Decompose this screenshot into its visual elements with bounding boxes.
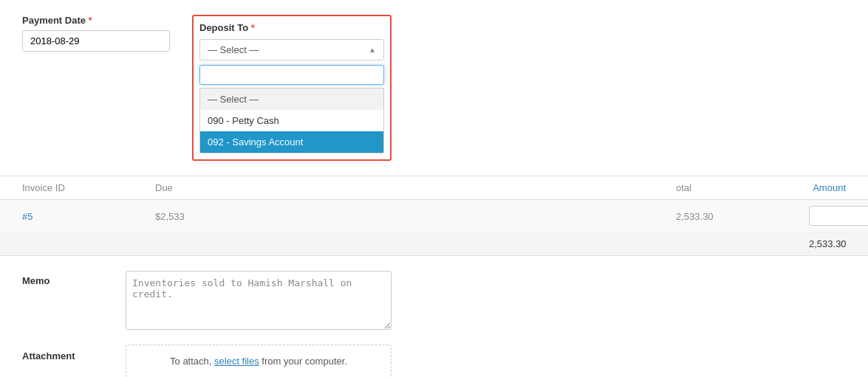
attachment-section: Attachment To attach, select files from …	[0, 345, 868, 377]
payment-date-label: Payment Date *	[22, 15, 170, 26]
amount-input-cell: 🗑	[809, 206, 846, 226]
col-empty	[543, 182, 676, 193]
attachment-select-files-link[interactable]: select files	[214, 356, 259, 367]
payment-date-input[interactable]	[22, 30, 170, 52]
memo-textarea[interactable]: Inventories sold to Hamish Marshall on c…	[126, 271, 392, 330]
deposit-to-search-input[interactable]	[199, 65, 384, 85]
deposit-to-box: Deposit To * — Select — ▲ — Select —	[192, 15, 392, 161]
table-row: #5 $2,533 2,533.30 🗑	[0, 200, 868, 232]
table-section: Invoice ID Due otal Amount #5 $2,533 2,5…	[0, 176, 868, 256]
page-wrapper: Payment Date * Deposit To * — Select — ▲	[0, 0, 868, 377]
form-row-top: Payment Date * Deposit To * — Select — ▲	[22, 15, 846, 161]
dropdown-option-090[interactable]: 090 - Petty Cash	[200, 110, 383, 131]
payment-date-group: Payment Date *	[22, 15, 170, 52]
deposit-to-select-display[interactable]: — Select — ▲	[199, 39, 384, 60]
memo-section: Memo Inventories sold to Hamish Marshall…	[0, 256, 868, 345]
table-header: Invoice ID Due otal Amount	[0, 176, 868, 200]
deposit-to-dropdown-list: — Select — 090 - Petty Cash 092 - Saving…	[199, 88, 384, 153]
deposit-to-label: Deposit To *	[199, 22, 384, 33]
total-amount: 2,533.30	[809, 238, 846, 249]
invoice-link[interactable]: #5	[22, 211, 33, 222]
memo-label: Memo	[22, 271, 111, 286]
attachment-text-after: from your computer.	[259, 356, 347, 367]
invoice-id-cell: #5	[22, 210, 155, 222]
attachment-box: To attach, select files from your comput…	[126, 345, 392, 377]
dropdown-option-092[interactable]: 092 - Savings Account	[200, 131, 383, 153]
select-arrow-icon: ▲	[369, 46, 376, 54]
amount-input[interactable]	[809, 206, 868, 226]
col-invoice-id: Invoice ID	[22, 182, 155, 193]
col-amount: Amount	[809, 182, 846, 193]
dropdown-option-placeholder[interactable]: — Select —	[200, 89, 383, 110]
select-display-text: — Select —	[208, 44, 259, 55]
attachment-text-before: To attach,	[170, 356, 214, 367]
subtotal-cell: 2,533.30	[676, 210, 809, 222]
total-row: 2,533.30	[0, 232, 868, 255]
form-section: Payment Date * Deposit To * — Select — ▲	[0, 0, 868, 176]
due-cell: $2,533	[155, 210, 543, 222]
attachment-label: Attachment	[22, 345, 111, 362]
deposit-to-group: Deposit To * — Select — ▲ — Select —	[192, 15, 392, 161]
col-total: otal	[676, 182, 809, 193]
col-due: Due	[155, 182, 543, 193]
